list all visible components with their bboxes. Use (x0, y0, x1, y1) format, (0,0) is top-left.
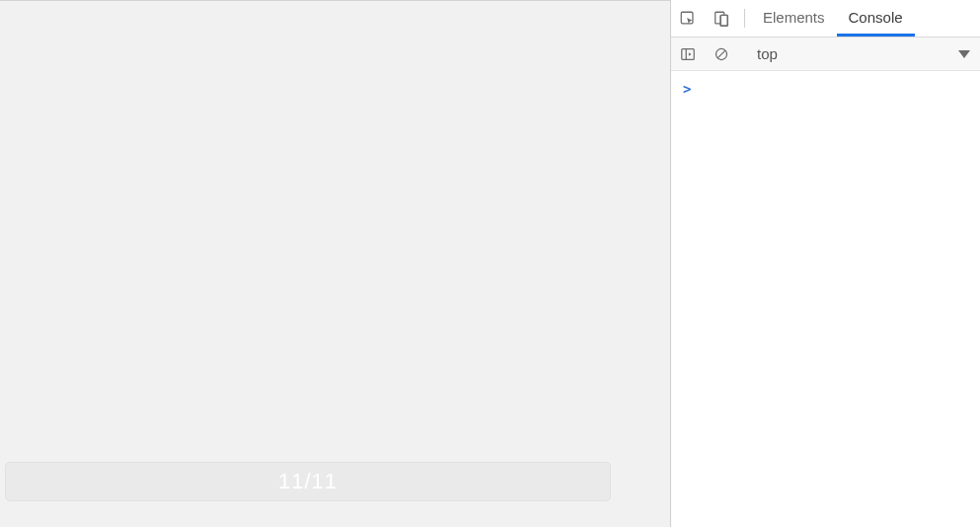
clear-icon (714, 46, 729, 62)
console-prompt-caret-icon: > (683, 81, 691, 97)
dropdown-caret-icon (958, 50, 970, 58)
svg-rect-4 (682, 48, 694, 59)
console-toolbar: top (671, 38, 980, 71)
execution-context-value: top (757, 45, 958, 62)
clear-console-button[interactable] (705, 46, 738, 62)
console-input[interactable] (706, 81, 962, 97)
svg-rect-2 (720, 15, 727, 26)
device-icon (713, 10, 730, 28)
tab-console[interactable]: Console (837, 0, 915, 37)
page-progress-bar: 11/11 (5, 462, 611, 501)
console-prompt-row: > (683, 81, 968, 97)
console-output-area[interactable]: > (671, 71, 980, 527)
page-preview-pane: 11/11 (0, 0, 670, 527)
svg-line-7 (717, 50, 725, 58)
execution-context-selector[interactable]: top (751, 45, 980, 62)
tab-elements[interactable]: Elements (751, 0, 837, 37)
devtools-panel: Elements Console top > (670, 0, 980, 527)
tabbar-divider (744, 9, 745, 28)
svg-rect-0 (681, 12, 693, 24)
sidebar-toggle-icon (680, 46, 696, 62)
console-sidebar-toggle-button[interactable] (671, 46, 705, 62)
toggle-device-toolbar-button[interactable] (705, 0, 738, 37)
inspect-element-button[interactable] (671, 0, 705, 37)
devtools-tabbar: Elements Console (671, 0, 980, 38)
page-progress-label: 11/11 (278, 469, 338, 494)
inspect-icon (679, 10, 697, 28)
